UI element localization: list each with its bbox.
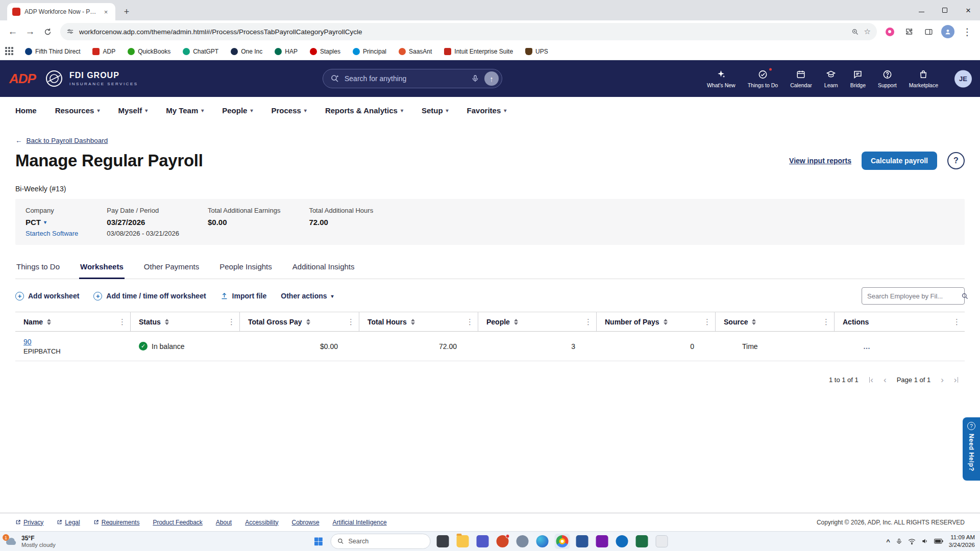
taskbar-search-input[interactable] — [349, 538, 424, 545]
excel-app-icon[interactable] — [634, 534, 650, 549]
next-page-button[interactable]: › — [941, 375, 944, 384]
nav-myself[interactable]: Myself▾ — [118, 106, 148, 115]
bookmark-staples[interactable]: Staples — [305, 46, 345, 57]
sort-icon[interactable] — [47, 319, 51, 325]
zoom-icon[interactable] — [851, 28, 859, 36]
microphone-icon[interactable] — [471, 73, 479, 84]
column-header-name[interactable]: Name ⋮ — [15, 312, 131, 331]
tab-worksheets[interactable]: Worksheets — [79, 258, 125, 279]
nav-process[interactable]: Process▾ — [271, 106, 306, 115]
column-menu-icon[interactable]: ⋮ — [953, 317, 961, 327]
column-header-total-hours[interactable]: Total Hours ⋮ — [359, 312, 478, 331]
chrome-app-icon[interactable] — [555, 534, 570, 549]
teams-app-icon[interactable] — [475, 534, 491, 549]
refresh-icon[interactable] — [39, 23, 56, 40]
company-link[interactable]: Startech Software — [26, 230, 78, 237]
tab-other-payments[interactable]: Other Payments — [143, 258, 200, 279]
bookmark-one-inc[interactable]: One Inc — [226, 46, 267, 57]
things-to-do-item[interactable]: Things to Do — [748, 69, 778, 88]
word-app-icon[interactable] — [575, 534, 590, 549]
footer-product-feedback-link[interactable]: Product Feedback — [153, 519, 202, 526]
nav-my-team[interactable]: My Team▾ — [166, 106, 204, 115]
forward-icon[interactable]: → — [21, 23, 39, 40]
adp-logo[interactable]: ADP — [9, 71, 36, 87]
browser-menu-icon[interactable]: ⋮ — [959, 23, 976, 40]
pink-extension-icon[interactable] — [881, 23, 898, 40]
edge-app-icon[interactable] — [535, 534, 550, 549]
employee-search[interactable] — [862, 287, 965, 305]
powerpoint-app-icon[interactable] — [495, 534, 510, 549]
bookmark-chatgpt[interactable]: ChatGPT — [178, 46, 223, 57]
taskbar-clock[interactable]: 11:09 AM 3/24/2026 — [949, 534, 975, 549]
global-search[interactable]: ↑ — [323, 69, 502, 88]
row-actions-icon[interactable]: … — [835, 342, 965, 350]
column-menu-icon[interactable]: ⋮ — [584, 317, 592, 327]
extensions-puzzle-icon[interactable] — [900, 23, 918, 40]
tab-close-icon[interactable]: × — [102, 8, 110, 16]
url-input[interactable] — [79, 28, 846, 36]
column-menu-icon[interactable]: ⋮ — [703, 317, 711, 327]
global-search-input[interactable] — [345, 74, 466, 83]
footer-legal-link[interactable]: Legal — [57, 519, 80, 526]
profile-avatar[interactable] — [939, 23, 957, 40]
outlook-app-icon[interactable] — [615, 534, 630, 549]
address-bar[interactable]: ☆ — [60, 23, 877, 40]
sort-icon[interactable] — [306, 319, 310, 325]
whats-new-item[interactable]: What's New — [707, 69, 736, 88]
close-button[interactable]: × — [957, 0, 980, 20]
column-header-actions[interactable]: Actions ⋮ — [835, 312, 965, 331]
column-header-total-gross-pay[interactable]: Total Gross Pay ⋮ — [240, 312, 359, 331]
tab-things-to-do[interactable]: Things to Do — [15, 258, 61, 279]
import-file-button[interactable]: Import file — [220, 292, 267, 300]
onenote-app-icon[interactable] — [595, 534, 610, 549]
bookmark-ups[interactable]: UPS — [521, 46, 553, 57]
calendar-item[interactable]: Calendar — [790, 69, 812, 88]
volume-icon[interactable] — [921, 538, 928, 545]
nav-home[interactable]: Home — [15, 106, 37, 115]
widgets-grid-app-icon[interactable] — [654, 534, 670, 549]
hidden-icons-chevron[interactable]: ^ — [886, 538, 890, 545]
footer-ai-link[interactable]: Artificial Intelligence — [333, 519, 387, 526]
file-explorer-icon[interactable] — [455, 534, 471, 549]
marketplace-item[interactable]: Marketplace — [909, 69, 938, 88]
nav-favorites[interactable]: Favorites▾ — [467, 106, 507, 115]
nav-reports-analytics[interactable]: Reports & Analytics▾ — [325, 106, 403, 115]
nav-setup[interactable]: Setup▾ — [422, 106, 449, 115]
maximize-button[interactable] — [933, 0, 957, 20]
add-worksheet-button[interactable]: + Add worksheet — [15, 292, 79, 300]
column-menu-icon[interactable]: ⋮ — [347, 317, 355, 327]
column-header-status[interactable]: Status ⋮ — [131, 312, 240, 331]
footer-cobrowse-link[interactable]: Cobrowse — [292, 519, 320, 526]
learn-item[interactable]: Learn — [824, 69, 838, 88]
footer-about-link[interactable]: About — [216, 519, 232, 526]
support-item[interactable]: Support — [878, 69, 897, 88]
bookmark-quickbooks[interactable]: QuickBooks — [123, 46, 175, 57]
prev-page-button[interactable]: ‹ — [884, 375, 887, 384]
battery-icon[interactable] — [934, 538, 943, 544]
column-menu-icon[interactable]: ⋮ — [466, 317, 474, 327]
browser-tab[interactable]: ADP Workforce Now - Payroll D × — [7, 3, 115, 20]
column-menu-icon[interactable]: ⋮ — [118, 317, 126, 327]
bookmark-intuit[interactable]: Intuit Enterprise Suite — [439, 46, 518, 57]
footer-accessibility-link[interactable]: Accessibility — [245, 519, 278, 526]
taskbar-search[interactable] — [331, 534, 431, 549]
sort-icon[interactable] — [514, 319, 518, 325]
apps-grid-icon[interactable] — [5, 47, 14, 56]
first-page-button[interactable]: ‹ — [869, 375, 873, 384]
worksheet-link[interactable]: 90 — [23, 338, 32, 346]
sort-icon[interactable] — [752, 319, 756, 325]
user-avatar[interactable]: JE — [954, 70, 972, 87]
bookmark-adp[interactable]: ADP — [88, 46, 120, 57]
need-help-button[interactable]: ? Need Help? — [963, 417, 980, 481]
company-selector[interactable]: PCT ▾ — [26, 218, 78, 227]
column-header-number-of-pays[interactable]: Number of Pays ⋮ — [597, 312, 716, 331]
last-page-button[interactable]: › — [954, 375, 959, 384]
column-header-people[interactable]: People ⋮ — [478, 312, 597, 331]
side-panel-icon[interactable] — [920, 23, 937, 40]
new-tab-button[interactable]: + — [119, 5, 134, 19]
column-header-source[interactable]: Source ⋮ — [716, 312, 835, 331]
start-button[interactable] — [311, 534, 326, 549]
table-row[interactable]: 90 EPIPBATCH ✓ In balance $0.00 72.00 3 … — [15, 332, 965, 361]
site-settings-icon[interactable] — [66, 28, 74, 36]
terminal-app-icon[interactable] — [435, 534, 451, 549]
